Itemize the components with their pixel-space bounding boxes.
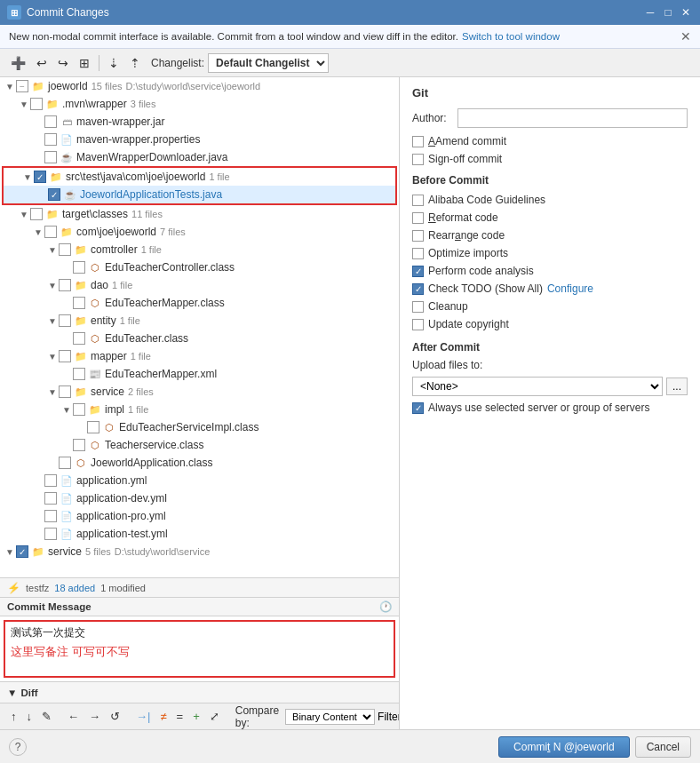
perform-checkbox[interactable]: ✓ xyxy=(412,266,424,277)
cancel-button[interactable]: Cancel xyxy=(635,736,691,758)
tree-item-service[interactable]: ▼ 📁 service 2 files xyxy=(0,383,399,401)
tree-checkbox-srctest[interactable]: ✓ xyxy=(34,171,46,183)
upload-options-button[interactable]: ... xyxy=(666,378,688,395)
tree-item-appyml[interactable]: ▼ 📄 application.yml xyxy=(0,472,399,489)
tree-item-edumapperxml[interactable]: ▼ 📰 EduTeacherMapper.xml xyxy=(0,365,399,383)
redo-button[interactable]: ↪ xyxy=(54,54,72,72)
tree-item-impl[interactable]: ▼ 📁 impl 1 file xyxy=(0,401,399,418)
maximize-button[interactable]: □ xyxy=(661,5,675,20)
collapse-all-button[interactable]: ⇡ xyxy=(126,54,144,72)
optimize-checkbox[interactable] xyxy=(412,248,424,259)
commit-button[interactable]: Commit N @joeworld xyxy=(498,736,630,758)
upload-select[interactable]: <None> xyxy=(412,377,663,396)
tree-item-mavenjar[interactable]: ▼ 🗃 maven-wrapper.jar xyxy=(0,113,399,131)
tree-checkbox-comjoe[interactable] xyxy=(44,226,57,238)
diff-prev-button[interactable]: ← xyxy=(64,708,83,725)
diff-down-button[interactable]: ↓ xyxy=(23,708,36,725)
add-button[interactable]: ➕ xyxy=(7,54,29,72)
tree-checkbox-target[interactable] xyxy=(30,208,43,220)
always-checkbox[interactable]: ✓ xyxy=(412,402,424,414)
help-button[interactable]: ? xyxy=(9,738,27,756)
undo-button[interactable]: ↩ xyxy=(33,54,51,72)
tree-item-eduserviceimpl[interactable]: ▼ ⬡ EduTeacherServiceImpl.class xyxy=(0,418,399,436)
tree-item-mavenprops[interactable]: ▼ 📄 maven-wrapper.properties xyxy=(0,131,399,148)
tree-item-comjoe[interactable]: ▼ 📁 com\joe\joeworld 7 files xyxy=(0,223,399,241)
tree-checkbox-mapper[interactable] xyxy=(59,350,71,362)
compare-by-select[interactable]: Binary Content xyxy=(285,709,375,725)
tree-checkbox-service-root[interactable]: ✓ xyxy=(16,545,28,558)
check-todo-checkbox[interactable]: ✓ xyxy=(412,283,424,295)
tree-checkbox-root[interactable]: − xyxy=(16,80,28,92)
tree-item-edumapper[interactable]: ▼ ⬡ EduTeacherMapper.class xyxy=(0,294,399,312)
diff-add-button[interactable]: + xyxy=(189,708,203,725)
tree-item-mvnwrapper[interactable]: ▼ 📁 .mvn\wrapper 3 files xyxy=(0,95,399,113)
tree-checkbox-controller[interactable] xyxy=(59,243,71,256)
tree-checkbox-educontroller[interactable] xyxy=(73,261,85,274)
author-input[interactable] xyxy=(457,108,688,128)
tree-checkbox-service[interactable] xyxy=(59,385,71,398)
tree-checkbox-mavenjava[interactable] xyxy=(44,151,57,163)
tree-checkbox-edumapperxml[interactable] xyxy=(73,368,85,380)
diff-refresh-button[interactable]: ↺ xyxy=(107,708,123,725)
signoff-commit-checkbox[interactable] xyxy=(412,154,424,165)
tree-item-educontroller[interactable]: ▼ ⬡ EduTeacherController.class xyxy=(0,258,399,276)
tree-item-dao[interactable]: ▼ 📁 dao 1 file xyxy=(0,276,399,294)
tree-checkbox-entity[interactable] xyxy=(59,314,71,327)
commit-message-area: Commit Message 🕐 测试第一次提交 这里写备注 可写可不写 xyxy=(0,597,399,681)
tree-checkbox-mvn[interactable] xyxy=(30,98,43,110)
diff-next-button[interactable]: → xyxy=(85,708,104,725)
tree-item-appdevyml[interactable]: ▼ 📄 application-dev.yml xyxy=(0,489,399,507)
tree-checkbox-appproyml[interactable] xyxy=(44,510,57,522)
tree-item-mapper[interactable]: ▼ 📁 mapper 1 file xyxy=(0,347,399,365)
alibaba-checkbox[interactable] xyxy=(412,195,424,206)
file-tree[interactable]: ▼ − 📁 joeworld 15 files D:\study\world\s… xyxy=(0,77,399,577)
tree-item-mavenjava[interactable]: ▼ ☕ MavenWrapperDownloader.java xyxy=(0,148,399,166)
tree-checkbox-appyml[interactable] xyxy=(44,474,57,487)
tree-item-teacherservice[interactable]: ▼ ⬡ Teacherservice.class xyxy=(0,436,399,454)
tree-checkbox-apptestyml[interactable] xyxy=(44,528,57,540)
tree-item-srctest[interactable]: ▼ ✓ 📁 src\test\java\com\joe\joeworld 1 f… xyxy=(4,168,395,186)
info-bar-close-icon[interactable]: ✕ xyxy=(680,29,691,44)
tree-checkbox-teacherservice[interactable] xyxy=(73,439,85,451)
changelist-select[interactable]: Default Changelist xyxy=(208,53,329,73)
close-button[interactable]: ✕ xyxy=(679,5,693,20)
tree-checkbox-mavenjar[interactable] xyxy=(44,115,57,128)
diff-not-equal-button[interactable]: ≠ xyxy=(156,708,170,725)
tree-root[interactable]: ▼ − 📁 joeworld 15 files D:\study\world\s… xyxy=(0,77,399,95)
tree-item-entity[interactable]: ▼ 📁 entity 1 file xyxy=(0,312,399,330)
tree-checkbox-joeworldtest[interactable]: ✓ xyxy=(48,188,60,201)
tree-checkbox-edumapper[interactable] xyxy=(73,297,85,309)
reformat-checkbox[interactable] xyxy=(412,212,424,224)
diff-move-right-button[interactable]: →| xyxy=(132,708,154,725)
configure-link[interactable]: Configure xyxy=(547,282,593,295)
tree-checkbox-eduserviceimpl[interactable] xyxy=(87,421,99,433)
diff-up-button[interactable]: ↑ xyxy=(7,708,20,725)
group-button[interactable]: ⊞ xyxy=(76,54,93,72)
cleanup-checkbox[interactable] xyxy=(412,301,424,313)
switch-to-tool-window-link[interactable]: Switch to tool window xyxy=(462,31,560,42)
tree-item-appproyml[interactable]: ▼ 📄 application-pro.yml xyxy=(0,507,399,525)
tree-item-joeworldapp[interactable]: ▼ ⬡ JoeworldApplication.class xyxy=(0,454,399,472)
tree-item-target[interactable]: ▼ 📁 target\classes 11 files xyxy=(0,205,399,223)
minimize-button[interactable]: ─ xyxy=(643,5,657,20)
tree-checkbox-joeworldapp[interactable] xyxy=(59,457,71,469)
tree-item-joeworldtest[interactable]: ▼ ✓ ☕ JoeworldApplicationTests.java xyxy=(4,186,395,203)
tree-checkbox-impl[interactable] xyxy=(73,403,85,416)
diff-equal-button[interactable]: = xyxy=(173,708,187,725)
tree-checkbox-mavenprops[interactable] xyxy=(44,133,57,146)
diff-edit-button[interactable]: ✎ xyxy=(38,708,55,725)
tree-item-controller[interactable]: ▼ 📁 comtroller 1 file xyxy=(0,241,399,258)
tree-checkbox-appdevyml[interactable] xyxy=(44,492,57,505)
expand-all-button[interactable]: ⇣ xyxy=(105,54,123,72)
jar-icon: 🗃 xyxy=(60,115,74,129)
rearrange-checkbox[interactable] xyxy=(412,230,424,242)
tree-item-service-root[interactable]: ▼ ✓ 📁 service 5 files D:\study\world\ser… xyxy=(0,543,399,560)
amend-commit-checkbox[interactable] xyxy=(412,136,424,147)
update-copyright-checkbox[interactable] xyxy=(412,319,424,330)
commit-message-box[interactable]: 测试第一次提交 这里写备注 可写可不写 xyxy=(4,620,395,678)
tree-item-apptestyml[interactable]: ▼ 📄 application-test.yml xyxy=(0,525,399,543)
diff-expand-button[interactable]: ⤢ xyxy=(206,708,223,725)
tree-checkbox-dao[interactable] xyxy=(59,279,71,291)
tree-checkbox-eduteacher[interactable] xyxy=(73,332,85,345)
tree-item-eduteacher[interactable]: ▼ ⬡ EduTeacher.class xyxy=(0,330,399,347)
